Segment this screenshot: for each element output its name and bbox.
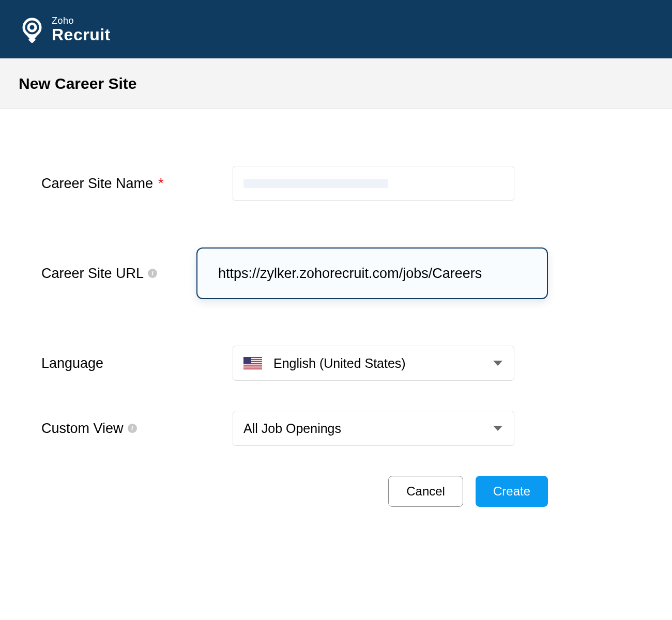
create-button[interactable]: Create xyxy=(476,476,548,507)
chevron-down-icon xyxy=(493,426,502,431)
brand-name-small: Zoho xyxy=(52,16,111,25)
label-site-name: Career Site Name * xyxy=(41,176,233,192)
required-star-icon: * xyxy=(158,176,164,192)
row-site-name: Career Site Name * xyxy=(41,166,548,201)
us-flag-icon xyxy=(243,357,262,369)
svg-rect-7 xyxy=(243,364,262,365)
svg-rect-8 xyxy=(243,366,262,367)
info-icon[interactable]: i xyxy=(128,424,137,433)
svg-rect-9 xyxy=(243,367,262,368)
form: Career Site Name * Career Site URL i htt… xyxy=(0,109,589,528)
label-language: Language xyxy=(41,355,233,371)
row-language: Language English (United States) xyxy=(41,346,548,381)
page-title: New Career Site xyxy=(19,75,136,92)
button-row: Cancel Create xyxy=(41,476,548,507)
redacted-placeholder xyxy=(243,179,388,188)
custom-view-select[interactable]: All Job Openings xyxy=(233,411,514,446)
language-selected: English (United States) xyxy=(273,356,406,371)
recruit-logo-icon xyxy=(19,16,45,43)
cancel-button[interactable]: Cancel xyxy=(388,476,463,507)
custom-view-selected: All Job Openings xyxy=(243,421,341,436)
svg-rect-10 xyxy=(243,357,251,364)
language-select[interactable]: English (United States) xyxy=(233,346,514,381)
site-name-input[interactable] xyxy=(233,166,514,201)
row-custom-view: Custom View i All Job Openings xyxy=(41,411,548,446)
page-title-bar: New Career Site xyxy=(0,58,672,109)
chevron-down-icon xyxy=(493,361,502,366)
brand-text: Zoho Recruit xyxy=(52,16,111,43)
svg-point-1 xyxy=(28,24,36,31)
row-site-url: Career Site URL i https://zylker.zohorec… xyxy=(41,247,548,299)
site-url-value: https://zylker.zohorecruit.com/jobs/Care… xyxy=(218,266,482,282)
app-header: Zoho Recruit xyxy=(0,0,672,58)
site-url-input[interactable]: https://zylker.zohorecruit.com/jobs/Care… xyxy=(196,247,548,299)
info-icon[interactable]: i xyxy=(148,269,157,278)
label-custom-view: Custom View i xyxy=(41,421,233,437)
brand-name-large: Recruit xyxy=(52,26,111,43)
brand-logo: Zoho Recruit xyxy=(19,16,111,43)
